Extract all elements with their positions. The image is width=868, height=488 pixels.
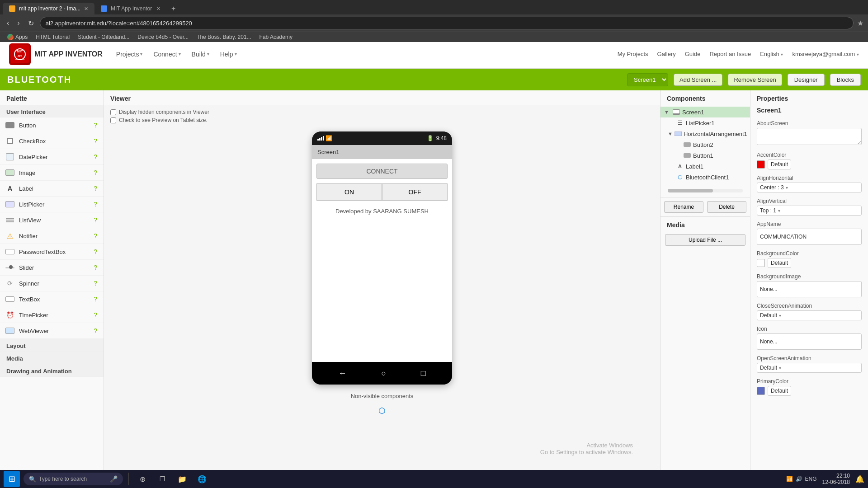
listview-help-icon[interactable]: ? [94, 216, 97, 224]
accentcolor-swatch[interactable] [757, 160, 765, 169]
remove-screen-button[interactable]: Remove Screen [728, 74, 782, 86]
upload-file-button[interactable]: Upload File ... [665, 234, 745, 246]
bookmark-fab[interactable]: Fab Academy [257, 33, 295, 41]
prop-appname-input[interactable] [757, 229, 862, 245]
phone-back-btn[interactable]: ← [338, 369, 346, 378]
notification-icon[interactable]: 🔔 [855, 475, 864, 483]
taskbar-cortana[interactable]: ⊛ [134, 471, 151, 487]
image-help-icon[interactable]: ? [94, 169, 97, 176]
guide-link[interactable]: Guide [685, 51, 701, 57]
add-screen-button[interactable]: Add Screen ... [674, 74, 722, 86]
listpicker-help-icon[interactable]: ? [94, 201, 97, 208]
browser-tab-active[interactable]: mit app inventor 2 - Ima... ✕ [3, 3, 94, 14]
bookmark-boss[interactable]: The Boss. Baby. 201... [194, 33, 254, 41]
palette-item-timepicker[interactable]: ⏰ TimePicker ? [0, 307, 104, 323]
prop-openscreenanimation-dropdown[interactable]: Default ▾ [757, 363, 862, 373]
comp-listpicker1[interactable]: ▶ ☰ ListPicker1 [660, 117, 750, 128]
rename-button[interactable]: Rename [664, 201, 703, 213]
nav-help[interactable]: Help ▾ [220, 51, 237, 58]
prop-accentcolor-value[interactable]: Default [768, 160, 791, 169]
palette-item-spinner[interactable]: ⟳ Spinner ? [0, 276, 104, 291]
palette-item-webviewer[interactable]: WebViewer ? [0, 323, 104, 339]
user-email[interactable]: kmsreejaya@gmail.com ▾ [792, 51, 859, 57]
reload-btn[interactable]: ↻ [26, 18, 36, 28]
palette-item-label[interactable]: A Label ? [0, 181, 104, 197]
designer-button[interactable]: Designer [788, 74, 825, 86]
hidden-components-checkbox-row[interactable]: Display hidden components in Viewer [110, 109, 654, 115]
timepicker-help-icon[interactable]: ? [94, 311, 97, 319]
on-button-preview[interactable]: ON [316, 183, 382, 201]
hidden-components-checkbox[interactable] [110, 109, 116, 115]
palette-item-checkbox[interactable]: CheckBox ? [0, 133, 104, 149]
phone-recent-btn[interactable]: □ [421, 369, 426, 378]
comp-button2[interactable]: ▶ Button2 [660, 139, 750, 150]
my-projects-link[interactable]: My Projects [618, 51, 648, 57]
screen1-collapse[interactable]: ▼ [664, 109, 670, 115]
bookmark-student[interactable]: Student - Giftedand... [75, 33, 132, 41]
tablet-preview-checkbox[interactable] [110, 117, 116, 123]
comp-scrollbar[interactable] [668, 189, 743, 192]
label-help-icon[interactable]: ? [94, 185, 97, 192]
new-tab-btn[interactable]: + [167, 3, 180, 14]
notifier-help-icon[interactable]: ? [94, 232, 97, 239]
report-issue-link[interactable]: Report an Issue [709, 51, 751, 57]
prop-primarycolor-value[interactable]: Default [768, 386, 791, 396]
palette-item-image[interactable]: Image ? [0, 165, 104, 181]
backgroundcolor-swatch[interactable] [757, 259, 765, 267]
passwordtextbox-help-icon[interactable]: ? [94, 248, 97, 255]
palette-item-button[interactable]: Button ? [0, 117, 104, 133]
bookmark-apps[interactable]: Apps [5, 33, 30, 41]
taskbar-file-explorer[interactable]: 📁 [174, 471, 190, 487]
taskbar-search[interactable]: 🔍 Type here to search 🎤 [24, 473, 123, 485]
prop-backgroundcolor-value[interactable]: Default [768, 258, 791, 268]
taskbar-chrome[interactable]: 🌐 [194, 471, 210, 487]
button-help-icon[interactable]: ? [94, 122, 97, 129]
palette-item-passwordtextbox[interactable]: PasswordTextBox ? [0, 244, 104, 260]
tab-close-2[interactable]: ✕ [156, 6, 160, 12]
palette-item-listview[interactable]: ListView ? [0, 212, 104, 228]
comp-button1[interactable]: ▶ Button1 [660, 150, 750, 161]
language-selector[interactable]: English ▾ [760, 51, 783, 57]
primarycolor-swatch[interactable] [757, 387, 765, 395]
prop-icon-input[interactable] [757, 333, 862, 350]
bookmark-star[interactable]: ★ [857, 19, 863, 28]
url-bar[interactable] [40, 17, 854, 29]
palette-section-user-interface[interactable]: User Interface [0, 105, 104, 117]
webviewer-help-icon[interactable]: ? [94, 327, 97, 334]
palette-item-listpicker[interactable]: ListPicker ? [0, 197, 104, 212]
prop-backgroundimage-input[interactable] [757, 281, 862, 297]
nav-connect[interactable]: Connect ▾ [153, 51, 180, 58]
comp-label1[interactable]: ▶ A Label1 [660, 161, 750, 172]
palette-section-layout[interactable]: Layout [0, 339, 104, 352]
delete-button[interactable]: Delete [707, 201, 746, 213]
start-button[interactable]: ⊞ [4, 471, 20, 487]
back-btn[interactable]: ‹ [5, 18, 11, 28]
nav-projects[interactable]: Projects ▾ [116, 51, 143, 58]
comp-screen1[interactable]: ▼ Screen1 [660, 107, 750, 117]
blocks-button[interactable]: Blocks [830, 74, 861, 86]
tablet-preview-checkbox-row[interactable]: Check to see Preview on Tablet size. [110, 117, 654, 123]
palette-section-media[interactable]: Media [0, 352, 104, 364]
prop-alignhorizontal-dropdown[interactable]: Center : 3 ▾ [757, 183, 862, 192]
palette-item-slider[interactable]: Slider ? [0, 260, 104, 276]
palette-item-textbox[interactable]: TextBox ? [0, 291, 104, 307]
browser-tab-inactive[interactable]: MIT App Inventor ✕ [94, 3, 167, 14]
comp-bluetoothclient1[interactable]: ▶ ⬡ BluetoothClient1 [660, 172, 750, 183]
palette-item-datepicker[interactable]: DatePicker ? [0, 149, 104, 165]
forward-btn[interactable]: › [15, 18, 22, 28]
taskbar-task-view[interactable]: ❐ [154, 471, 170, 487]
phone-home-btn[interactable]: ○ [381, 369, 386, 378]
gallery-link[interactable]: Gallery [657, 51, 676, 57]
slider-help-icon[interactable]: ? [94, 264, 97, 271]
connect-button-preview[interactable]: CONNECT [316, 164, 448, 179]
volume-icon[interactable]: 🔊 [796, 476, 802, 482]
horiz-collapse[interactable]: ▼ [668, 131, 673, 136]
screen-selector[interactable]: Screen1 [627, 73, 668, 86]
off-button-preview[interactable]: OFF [382, 183, 448, 201]
tab-close-1[interactable]: ✕ [84, 6, 88, 12]
bookmark-html[interactable]: HTML Tutorial [33, 33, 72, 41]
prop-closescreenanimation-dropdown[interactable]: Default ▾ [757, 310, 862, 320]
prop-alignvertical-dropdown[interactable]: Top : 1 ▾ [757, 206, 862, 216]
palette-section-drawing[interactable]: Drawing and Animation [0, 364, 104, 377]
datepicker-help-icon[interactable]: ? [94, 153, 97, 160]
